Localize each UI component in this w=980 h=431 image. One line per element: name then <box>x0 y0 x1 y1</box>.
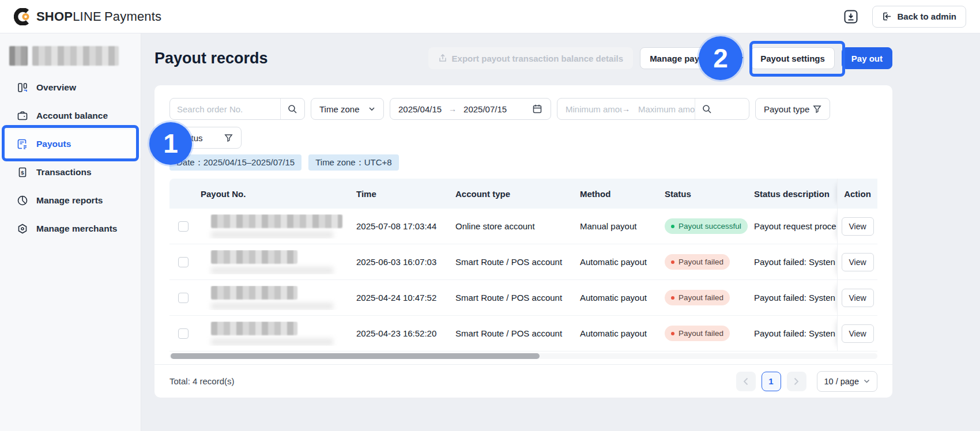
row-status-description: Payout failed: Systen <box>753 328 837 338</box>
sidebar-item-overview[interactable]: Overview <box>0 73 141 101</box>
column-payout-no: Payout No. <box>197 189 355 199</box>
row-time: 2025-07-08 17:03:44 <box>355 221 454 231</box>
dollar-receipt-icon: $ <box>17 167 28 178</box>
time-zone-select[interactable]: Time zone <box>311 98 384 120</box>
row-account-type: Online store account <box>454 221 579 231</box>
amount-range-group: → <box>557 98 749 120</box>
status-dot <box>671 332 674 335</box>
column-action: Action <box>837 179 877 209</box>
column-status: Status <box>661 189 753 199</box>
payout-no-mosaic <box>211 214 342 228</box>
table-row: 2025-04-23 16:52:20 Smart Route / POS ac… <box>169 316 877 351</box>
download-button[interactable] <box>842 8 860 25</box>
time-zone-label: Time zone <box>319 104 359 114</box>
sidebar-item-manage-merchants[interactable]: Manage merchants <box>0 214 141 243</box>
annotation-step2-badge: 2 <box>699 36 742 80</box>
status-badge: Payout failed <box>665 326 730 341</box>
page-size-select[interactable]: 10 / page <box>817 371 877 392</box>
chevron-left-icon <box>743 377 748 385</box>
row-time: 2025-04-23 16:52:20 <box>355 328 454 338</box>
annotation-step2-box <box>749 41 845 77</box>
pay-out-button[interactable]: Pay out <box>842 47 892 69</box>
page-title: Payout records <box>154 50 268 67</box>
top-bar: SHOPLINEPayments Back to admin <box>0 0 980 33</box>
horizontal-scrollbar[interactable] <box>169 353 877 359</box>
export-payout-details-button[interactable]: Export payout transaction balance detail… <box>428 47 634 69</box>
search-button[interactable] <box>280 99 304 119</box>
page-1-button[interactable]: 1 <box>762 372 781 391</box>
payout-amount-blurred <box>211 338 333 346</box>
payout-no-mosaic <box>211 322 297 335</box>
row-method: Automatic payout <box>579 328 661 338</box>
overview-icon <box>17 82 28 93</box>
row-checkbox[interactable] <box>178 221 189 232</box>
payout-no-blurred <box>197 214 355 239</box>
shopline-payments-logo: SHOPLINEPayments <box>14 8 161 25</box>
search-icon <box>702 104 712 114</box>
amount-range-arrow: → <box>622 104 630 114</box>
row-method: Manual payout <box>579 221 661 231</box>
total-records: Total: 4 record(s) <box>169 376 235 386</box>
row-checkbox[interactable] <box>178 328 189 339</box>
payout-records-table: Payout No. Time Account type Method Stat… <box>169 179 877 351</box>
brand-product: Payments <box>104 9 161 24</box>
amount-search-button[interactable] <box>695 99 719 119</box>
pagination: 1 10 / page <box>736 371 877 392</box>
row-status-description: Payout failed: Systen <box>753 293 837 303</box>
sidebar-item-label: Manage reports <box>36 195 103 206</box>
view-button[interactable]: View <box>842 289 874 307</box>
scrollbar-thumb[interactable] <box>171 353 540 359</box>
page-size-label: 10 / page <box>824 377 859 386</box>
sidebar-item-transactions[interactable]: $ Transactions <box>0 158 141 186</box>
payout-amount-blurred <box>211 303 333 310</box>
applied-filter-tags: Date：2025/04/15–2025/07/15 Time zone：UTC… <box>169 154 399 171</box>
date-end-value: 2025/07/15 <box>463 104 507 114</box>
chevron-down-icon <box>368 107 375 111</box>
payout-no-blurred <box>197 322 355 346</box>
view-button[interactable]: View <box>842 217 874 236</box>
payout-no-blurred <box>197 286 355 310</box>
date-range-picker[interactable]: 2025/04/15 → 2025/07/15 <box>390 98 551 120</box>
search-icon <box>288 104 297 114</box>
minimum-amount-input[interactable] <box>557 104 622 114</box>
column-status-description: Status description <box>753 189 837 199</box>
row-checkbox[interactable] <box>178 257 189 267</box>
column-account-type: Account type <box>454 189 579 199</box>
row-checkbox[interactable] <box>178 293 189 303</box>
time-zone-filter-tag: Time zone：UTC+8 <box>308 154 398 171</box>
date-range-arrow: → <box>448 104 457 114</box>
search-order-input[interactable] <box>170 104 280 114</box>
next-page-button[interactable] <box>787 372 806 391</box>
merchant-name-blurred <box>32 46 119 66</box>
main-content: Payout records Export payout transaction… <box>141 33 980 431</box>
view-button[interactable]: View <box>842 324 874 343</box>
status-dot <box>671 260 674 264</box>
download-icon <box>842 8 860 25</box>
table-header-row: Payout No. Time Account type Method Stat… <box>169 179 877 209</box>
maximum-amount-input[interactable] <box>630 104 695 114</box>
payout-amount-blurred <box>211 231 333 239</box>
table-footer: Total: 4 record(s) 1 10 / page <box>154 364 892 398</box>
prev-page-button[interactable] <box>736 372 756 391</box>
topbar-actions: Back to admin <box>842 6 966 28</box>
calendar-icon <box>532 104 542 114</box>
payout-no-mosaic <box>211 286 297 300</box>
chevron-down-icon <box>864 379 870 383</box>
row-time: 2025-04-24 10:47:52 <box>355 293 454 303</box>
row-time: 2025-06-03 16:07:03 <box>355 257 454 267</box>
sidebar-item-manage-reports[interactable]: Manage reports <box>0 186 141 214</box>
brand-text: SHOPLINEPayments <box>36 9 161 24</box>
funnel-icon <box>224 134 233 142</box>
back-to-admin-button[interactable]: Back to admin <box>872 6 966 28</box>
view-button[interactable]: View <box>842 253 874 271</box>
pay-out-label: Pay out <box>851 54 883 63</box>
sidebar-item-label: Manage merchants <box>36 224 117 234</box>
funnel-icon <box>813 105 821 114</box>
row-method: Automatic payout <box>579 293 661 303</box>
column-method: Method <box>579 189 661 199</box>
shopline-logo-icon <box>14 8 31 25</box>
payout-type-filter[interactable]: Payout type <box>755 98 830 120</box>
merchant-name-redacted <box>9 46 119 66</box>
status-badge: Payout failed <box>665 254 730 270</box>
annotation-step1-badge: 1 <box>149 122 192 165</box>
